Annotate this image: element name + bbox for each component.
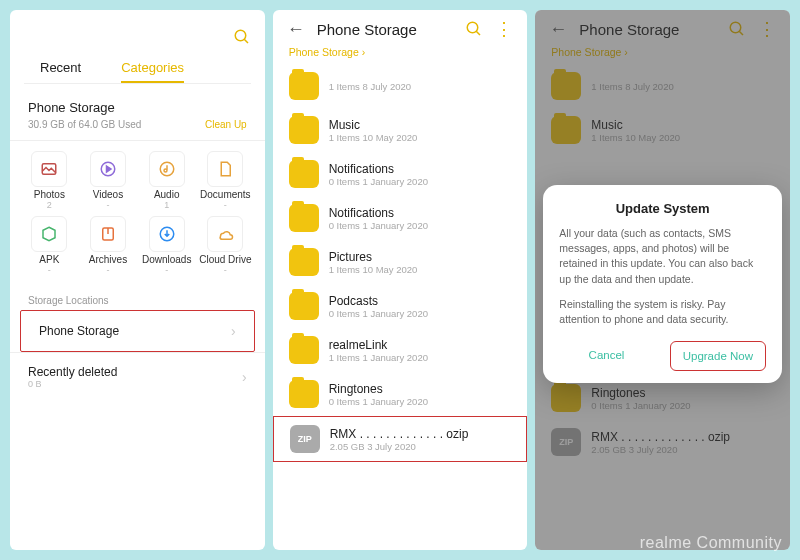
screen-update-dialog: ← Phone Storage ⋮ Phone Storage › 1 Item… bbox=[535, 10, 790, 550]
folder-icon bbox=[289, 380, 319, 408]
folder-icon bbox=[289, 116, 319, 144]
list-item[interactable]: Notifications0 Items 1 January 2020 bbox=[273, 152, 528, 196]
page-title: Phone Storage bbox=[317, 21, 466, 38]
list-item-ozip[interactable]: ZIPRMX . . . . . . . . . . . . . ozip2.0… bbox=[273, 416, 528, 462]
svg-point-5 bbox=[164, 169, 167, 172]
dialog-update-system: Update System All your data (such as con… bbox=[543, 185, 782, 383]
zip-icon: ZIP bbox=[290, 425, 320, 453]
cat-downloads[interactable]: Downloads- bbox=[137, 216, 196, 275]
tab-recent[interactable]: Recent bbox=[40, 60, 81, 83]
folder-icon bbox=[289, 292, 319, 320]
list-item[interactable]: 1 Items 8 July 2020 bbox=[273, 64, 528, 108]
section-storage-locations: Storage Locations bbox=[10, 285, 265, 310]
svg-point-9 bbox=[468, 22, 479, 33]
cat-apk[interactable]: APK- bbox=[20, 216, 79, 275]
cat-videos[interactable]: Videos- bbox=[79, 151, 138, 210]
chevron-right-icon: › bbox=[242, 369, 247, 385]
menu-icon[interactable]: ⋮ bbox=[495, 20, 513, 38]
list-item[interactable]: Ringtones0 Items 1 January 2020 bbox=[273, 372, 528, 416]
folder-icon bbox=[289, 336, 319, 364]
row-phone-storage[interactable]: Phone Storage› bbox=[20, 310, 255, 352]
watermark: realme Community bbox=[640, 534, 782, 552]
list-item[interactable]: Podcasts0 Items 1 January 2020 bbox=[273, 284, 528, 328]
cat-audio[interactable]: Audio1 bbox=[137, 151, 196, 210]
row-recently-deleted[interactable]: Recently deleted 0 B › bbox=[10, 352, 265, 401]
search-icon[interactable] bbox=[233, 28, 251, 46]
svg-line-1 bbox=[244, 39, 248, 43]
breadcrumb[interactable]: Phone Storage › bbox=[273, 40, 528, 64]
upgrade-now-button[interactable]: Upgrade Now bbox=[670, 341, 766, 371]
search-icon[interactable] bbox=[465, 20, 483, 38]
svg-line-10 bbox=[477, 31, 481, 35]
dialog-text: All your data (such as contacts, SMS mes… bbox=[559, 226, 766, 287]
folder-icon bbox=[289, 72, 319, 100]
cat-cloud[interactable]: Cloud Drive- bbox=[196, 216, 255, 275]
screen-categories: Recent Categories Phone Storage 30.9 GB … bbox=[10, 10, 265, 550]
dialog-text: Reinstalling the system is risky. Pay at… bbox=[559, 297, 766, 327]
storage-usage: 30.9 GB of 64.0 GB Used bbox=[28, 119, 141, 130]
chevron-right-icon: › bbox=[231, 323, 236, 339]
list-item[interactable]: Pictures1 Items 10 May 2020 bbox=[273, 240, 528, 284]
back-icon[interactable]: ← bbox=[287, 20, 305, 38]
list-item[interactable]: realmeLink1 Items 1 January 2020 bbox=[273, 328, 528, 372]
svg-point-0 bbox=[235, 30, 246, 41]
dialog-title: Update System bbox=[559, 201, 766, 216]
list-item[interactable]: Music1 Items 10 May 2020 bbox=[273, 108, 528, 152]
storage-title: Phone Storage bbox=[10, 84, 265, 119]
folder-icon bbox=[289, 248, 319, 276]
list-item[interactable]: Notifications0 Items 1 January 2020 bbox=[273, 196, 528, 240]
folder-icon bbox=[289, 160, 319, 188]
cat-photos[interactable]: Photos2 bbox=[20, 151, 79, 210]
cancel-button[interactable]: Cancel bbox=[559, 341, 653, 371]
cleanup-link[interactable]: Clean Up bbox=[205, 119, 247, 130]
folder-icon bbox=[289, 204, 319, 232]
cat-documents[interactable]: Documents- bbox=[196, 151, 255, 210]
tab-categories[interactable]: Categories bbox=[121, 60, 184, 83]
cat-archives[interactable]: Archives- bbox=[79, 216, 138, 275]
screen-phone-storage: ← Phone Storage ⋮ Phone Storage › 1 Item… bbox=[273, 10, 528, 550]
